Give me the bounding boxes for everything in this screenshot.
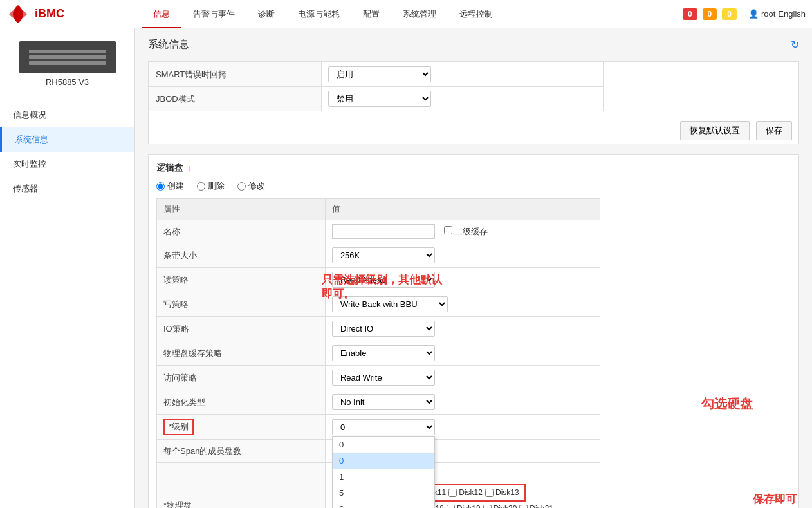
grade-label-box: *级别 <box>163 419 194 435</box>
radio-modify-input[interactable] <box>237 182 246 191</box>
secondary-cache-text: 二级缓存 <box>454 227 488 236</box>
dropdown-item-0a[interactable]: 0 <box>333 437 434 453</box>
badge-critical[interactable]: 0 <box>683 8 697 20</box>
server-strip-2 <box>29 55 106 59</box>
name-input[interactable] <box>332 224 435 239</box>
disk20-label[interactable]: Disk20 <box>483 504 517 508</box>
stripe-select[interactable]: 256K <box>332 247 435 263</box>
ibmc-brand: iBMC <box>35 7 64 21</box>
write-policy-select[interactable]: Write Back with BBU <box>332 296 448 312</box>
disk21-checkbox[interactable] <box>519 505 528 509</box>
nav-power[interactable]: 电源与能耗 <box>286 0 351 28</box>
nav-remote-ctrl[interactable]: 远程控制 <box>448 0 504 28</box>
read-policy-row: 读策略 Read Ahead <box>157 268 600 292</box>
write-policy-row: 写策略 Write Back with BBU <box>157 292 600 317</box>
span-member-label: 每个Span的成员盘数 <box>157 440 326 463</box>
grade-value-cell: 0 0 0 1 5 6 10 50 <box>325 415 600 440</box>
access-policy-label: 访问策略 <box>157 366 326 390</box>
badge-major[interactable]: 0 <box>703 8 717 20</box>
io-policy-value-cell: Direct IO <box>325 317 600 341</box>
nav-items: 信息 告警与事件 诊断 电源与能耗 配置 系统管理 远程控制 <box>142 0 683 28</box>
restore-defaults-button[interactable]: 恢复默认设置 <box>680 121 750 140</box>
physical-cache-row: 物理盘缓存策略 Enable <box>157 341 600 366</box>
dropdown-item-1[interactable]: 1 <box>333 469 434 485</box>
disk13-checkbox[interactable] <box>485 489 494 497</box>
stripe-value-cell: 256K <box>325 243 600 268</box>
server-strip-3 <box>29 61 106 65</box>
attr-table: 属性 值 名称 二级缓存 <box>156 198 600 508</box>
nav-info[interactable]: 信息 <box>142 0 181 28</box>
sidebar-item-overview[interactable]: 信息概况 <box>0 103 134 127</box>
col-val-header: 值 <box>325 199 600 220</box>
access-policy-select[interactable]: Read Write <box>332 370 435 386</box>
sidebar-item-realtime[interactable]: 实时监控 <box>0 152 134 176</box>
init-type-select[interactable]: No Init <box>332 394 435 410</box>
smart-row: SMART错误时回拷 启用 <box>149 62 604 87</box>
radio-group: 创建 删除 修改 <box>156 180 791 192</box>
refresh-icon[interactable]: ↻ <box>791 39 799 51</box>
huawei-logo-icon <box>6 3 30 26</box>
main-layout: RH5885 V3 信息概况 系统信息 实时监控 传感器 系统信息 ↻ SMAR… <box>0 28 812 508</box>
main-content: 系统信息 ↻ SMART错误时回拷 启用 JBOD模式 <box>135 28 812 508</box>
stripe-label: 条带大小 <box>157 243 326 268</box>
sidebar-item-sensor[interactable]: 传感器 <box>0 176 134 201</box>
top-navigation: iBMC 信息 告警与事件 诊断 电源与能耗 配置 系统管理 远程控制 0 0 … <box>0 0 812 28</box>
sidebar: RH5885 V3 信息概况 系统信息 实时监控 传感器 <box>0 28 135 508</box>
disk13-label[interactable]: Disk13 <box>485 488 519 497</box>
nav-diagnostics[interactable]: 诊断 <box>246 0 286 28</box>
radio-delete[interactable]: 删除 <box>197 180 225 192</box>
radio-delete-label: 删除 <box>208 180 225 192</box>
grade-select[interactable]: 0 <box>332 419 435 435</box>
io-policy-select[interactable]: Direct IO <box>332 321 435 337</box>
nav-alerts[interactable]: 告警与事件 <box>181 0 246 28</box>
sidebar-item-sysinfo[interactable]: 系统信息 <box>0 127 134 152</box>
jbod-row: JBOD模式 禁用 <box>149 87 604 111</box>
stripe-row: 条带大小 256K <box>157 243 600 268</box>
server-box <box>19 41 116 73</box>
disk21-label[interactable]: Disk21 <box>519 504 553 508</box>
radio-create-label: 创建 <box>167 180 184 192</box>
access-policy-row: 访问策略 Read Write <box>157 366 600 390</box>
user-icon: 👤 <box>748 9 759 19</box>
write-policy-value-cell: Write Back with BBU <box>325 292 600 317</box>
badge-minor[interactable]: 0 <box>722 8 737 20</box>
disk20-checkbox[interactable] <box>483 505 492 509</box>
smart-label: SMART错误时回拷 <box>149 62 322 87</box>
init-type-label: 初始化类型 <box>157 390 326 415</box>
disk19-label[interactable]: Disk19 <box>447 504 481 508</box>
physical-disk-label: *物理盘 <box>157 463 326 509</box>
language: English <box>778 9 806 19</box>
read-policy-label: 读策略 <box>157 268 326 292</box>
physical-cache-select[interactable]: Enable <box>332 345 435 361</box>
server-strip-1 <box>29 50 106 53</box>
radio-delete-input[interactable] <box>197 182 205 191</box>
top-settings-section: SMART错误时回拷 启用 JBOD模式 禁用 <box>148 61 799 144</box>
radio-modify[interactable]: 修改 <box>237 180 265 192</box>
io-policy-label: IO策略 <box>157 317 326 341</box>
top-settings-table: SMART错误时回拷 启用 JBOD模式 禁用 <box>149 62 604 111</box>
radio-modify-label: 修改 <box>248 180 265 192</box>
access-policy-value-cell: Read Write <box>325 366 600 390</box>
top-save-button[interactable]: 保存 <box>756 121 792 140</box>
read-policy-select[interactable]: Read Ahead <box>332 272 435 288</box>
dropdown-item-0b[interactable]: 0 <box>333 453 434 469</box>
physical-cache-label: 物理盘缓存策略 <box>157 341 326 366</box>
nav-config[interactable]: 配置 <box>351 0 391 28</box>
disk12-label[interactable]: Disk12 <box>448 488 483 497</box>
grade-dropdown-list: 0 0 1 5 6 10 50 60 <box>332 436 435 509</box>
disk12-checkbox[interactable] <box>448 489 457 497</box>
name-row: 名称 二级缓存 <box>157 220 600 243</box>
radio-create-input[interactable] <box>156 182 165 191</box>
nav-right: 0 0 0 👤 root English <box>683 8 806 20</box>
physical-cache-value-cell: Enable <box>325 341 600 366</box>
dropdown-item-5[interactable]: 5 <box>333 485 434 501</box>
dropdown-item-6[interactable]: 6 <box>333 501 434 509</box>
radio-create[interactable]: 创建 <box>156 180 184 192</box>
smart-select[interactable]: 启用 <box>328 66 431 82</box>
nav-system-mgmt[interactable]: 系统管理 <box>391 0 448 28</box>
arrow-down-icon: ↓ <box>187 163 192 173</box>
logical-disk-title: 逻辑盘 <box>156 162 183 174</box>
secondary-cache-checkbox[interactable] <box>444 226 452 234</box>
disk19-checkbox[interactable] <box>447 505 455 509</box>
jbod-select[interactable]: 禁用 <box>328 91 431 107</box>
